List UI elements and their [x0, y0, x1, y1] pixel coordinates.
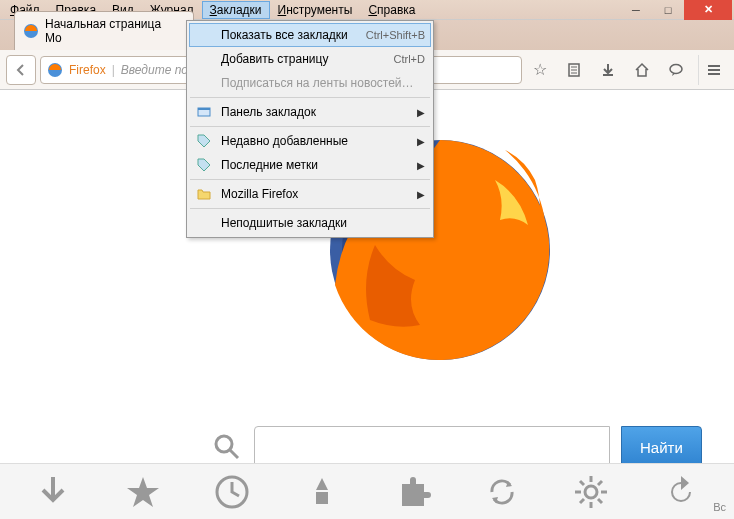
- menu-bookmarks[interactable]: Закладки: [202, 1, 270, 19]
- minimize-button[interactable]: ─: [620, 0, 652, 20]
- bookmarks-toolbar[interactable]: Панель закладок ▶: [189, 100, 431, 124]
- bookmarks-star-icon[interactable]: [123, 472, 163, 512]
- maximize-button[interactable]: □: [652, 0, 684, 20]
- recent-tags[interactable]: Последние метки ▶: [189, 153, 431, 177]
- hamburger-icon: [706, 62, 722, 78]
- toolbar-icon: [195, 104, 213, 120]
- mozilla-firefox-folder[interactable]: Mozilla Firefox ▶: [189, 182, 431, 206]
- bottom-toolbar: Вс: [0, 463, 734, 519]
- menu-tools[interactable]: Инструменты: [270, 1, 361, 19]
- submenu-arrow-icon: ▶: [417, 107, 425, 118]
- svg-point-17: [585, 486, 597, 498]
- subscribe-feeds: Подписаться на ленты новостей…: [189, 71, 431, 95]
- search-button[interactable]: Найти: [621, 426, 702, 468]
- svg-point-6: [670, 64, 682, 73]
- svg-line-24: [580, 499, 584, 503]
- svg-point-14: [216, 436, 232, 452]
- menu-separator: [190, 208, 430, 209]
- home-icon[interactable]: [628, 56, 656, 84]
- submenu-arrow-icon: ▶: [417, 160, 425, 171]
- bookmarks-dropdown: Показать все закладки Ctrl+Shift+B Добав…: [186, 20, 434, 238]
- bookmark-star-icon[interactable]: ☆: [526, 56, 554, 84]
- hamburger-menu[interactable]: [698, 55, 728, 85]
- back-arrow-icon: [13, 62, 29, 78]
- reader-icon[interactable]: [560, 56, 588, 84]
- svg-line-22: [580, 481, 584, 485]
- menu-help[interactable]: Справка: [360, 1, 423, 19]
- menu-separator: [190, 126, 430, 127]
- menu-separator: [190, 97, 430, 98]
- show-all-bookmarks[interactable]: Показать все закладки Ctrl+Shift+B: [189, 23, 431, 47]
- tag-icon: [195, 133, 213, 149]
- download-arrow-icon[interactable]: [33, 472, 73, 512]
- submenu-arrow-icon: ▶: [417, 189, 425, 200]
- firefox-label: Firefox: [69, 63, 106, 77]
- addons-puzzle-icon[interactable]: [392, 472, 432, 512]
- menu-separator: [190, 179, 430, 180]
- sync-circle-icon[interactable]: [482, 472, 522, 512]
- add-page[interactable]: Добавить страницу Ctrl+D: [189, 47, 431, 71]
- svg-line-23: [598, 499, 602, 503]
- chat-icon[interactable]: [662, 56, 690, 84]
- firefox-badge-icon: [47, 62, 63, 78]
- back-button[interactable]: [6, 55, 36, 85]
- folder-icon: [195, 186, 213, 202]
- search-input[interactable]: [254, 426, 610, 468]
- url-separator: |: [112, 63, 115, 77]
- settings-gear-icon[interactable]: [571, 472, 611, 512]
- apps-icon[interactable]: [302, 472, 342, 512]
- downloads-icon[interactable]: [594, 56, 622, 84]
- close-button[interactable]: ✕: [684, 0, 732, 20]
- svg-rect-11: [198, 108, 210, 110]
- tab-title: Начальная страница Mo: [45, 17, 181, 45]
- browser-tab[interactable]: Начальная страница Mo: [14, 11, 194, 50]
- bottom-right-label: Вс: [713, 501, 726, 513]
- tag-icon: [195, 157, 213, 173]
- svg-line-25: [598, 481, 602, 485]
- search-icon: [212, 432, 242, 462]
- recently-added[interactable]: Недавно добавленные ▶: [189, 129, 431, 153]
- history-clock-icon[interactable]: [212, 472, 252, 512]
- firefox-favicon: [23, 23, 39, 39]
- restore-icon[interactable]: [661, 472, 701, 512]
- unsorted-bookmarks[interactable]: Неподшитые закладки: [189, 211, 431, 235]
- search-row: Найти: [212, 426, 702, 468]
- svg-line-15: [230, 450, 238, 458]
- submenu-arrow-icon: ▶: [417, 136, 425, 147]
